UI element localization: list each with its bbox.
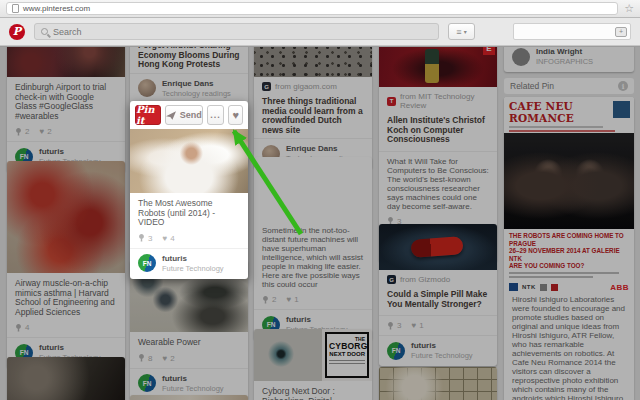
pin-image-robots[interactable] bbox=[130, 129, 248, 193]
pin-stats: 3 ♥ 4 bbox=[130, 231, 248, 248]
pin-hover-toolbar: Pin it Send ... ♥ bbox=[130, 101, 248, 129]
pin-title[interactable]: The Most Awesome Robots (until 2014) - V… bbox=[130, 193, 248, 231]
like-count: 4 bbox=[170, 234, 174, 243]
extension-field[interactable]: + bbox=[513, 23, 631, 40]
pin-grid: Edinburgh Airport to trial check-in with… bbox=[0, 47, 640, 400]
avatar: FN bbox=[138, 254, 156, 272]
menu-button[interactable]: ≡▾ bbox=[448, 23, 475, 40]
pinterest-header: P ≡▾ + bbox=[0, 18, 640, 46]
menu-icon: ≡ bbox=[456, 27, 461, 37]
url-text: www.pinterest.com bbox=[23, 4, 90, 13]
paper-plane-icon bbox=[166, 111, 176, 120]
like-icon: ♥ bbox=[162, 234, 167, 243]
repin-icon bbox=[138, 234, 145, 242]
search-icon bbox=[41, 28, 48, 35]
page-icon bbox=[12, 4, 19, 13]
pin-author-row[interactable]: FN futuris Future Technology bbox=[130, 248, 248, 279]
send-button[interactable]: Send bbox=[165, 105, 203, 125]
board-name: Future Technology bbox=[162, 264, 224, 273]
pin-card-robots-hovered: Pin it Send ... ♥ The Most Awesome Robot… bbox=[130, 101, 248, 279]
chevron-down-icon: ▾ bbox=[464, 28, 467, 35]
pin-it-button[interactable]: Pin it bbox=[135, 105, 161, 125]
dim-overlay bbox=[0, 47, 640, 400]
bookmark-star-icon[interactable]: ☆ bbox=[624, 3, 634, 14]
browser-toolbar: www.pinterest.com ☆ bbox=[0, 0, 640, 18]
search-input[interactable] bbox=[53, 27, 432, 37]
more-options-button[interactable]: ... bbox=[207, 105, 225, 125]
author-name: futuris bbox=[162, 254, 224, 264]
extension-icon: + bbox=[615, 27, 627, 37]
address-bar[interactable]: www.pinterest.com bbox=[6, 2, 618, 15]
search-box[interactable] bbox=[34, 23, 439, 40]
repin-count: 3 bbox=[148, 234, 152, 243]
pinterest-logo[interactable]: P bbox=[9, 24, 25, 40]
like-button[interactable]: ♥ bbox=[228, 105, 243, 125]
